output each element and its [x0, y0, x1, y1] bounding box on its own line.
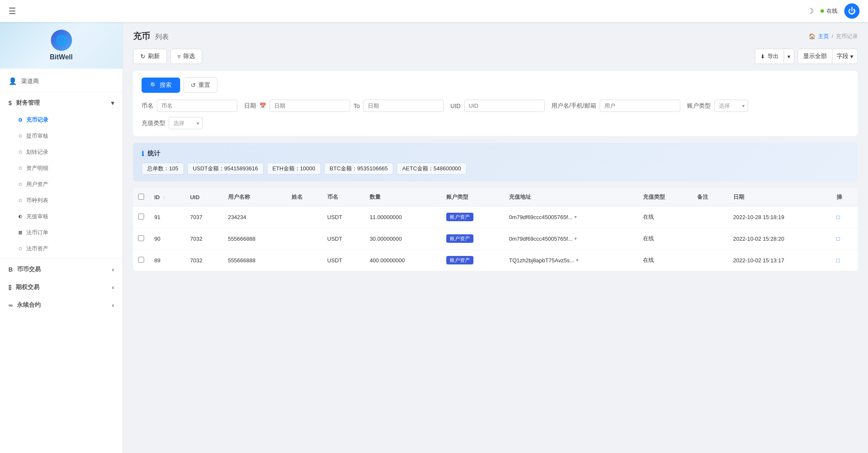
date-start-input[interactable] — [270, 100, 350, 112]
submenu-label-fiat-assets: 法币资产 — [26, 245, 48, 253]
table-header-checkbox — [133, 188, 149, 206]
account-type-select[interactable]: 选择 — [714, 100, 748, 112]
operate-button[interactable]: □ — [837, 236, 840, 242]
page-title-sub: 列表 — [155, 33, 169, 40]
dot-icon — [19, 118, 22, 122]
hamburger-icon[interactable]: ☰ — [8, 6, 16, 16]
dot-icon — [19, 150, 22, 154]
refresh-button[interactable]: ↻ 刷新 — [133, 49, 167, 64]
account-type-tag: 账户资产 — [446, 234, 473, 243]
export-button[interactable]: ⬇ 导出 — [755, 49, 784, 64]
row-checkbox-cell — [133, 228, 149, 250]
sidebar-item-coin-trading[interactable]: B 币币交易 ‹ — [0, 261, 122, 278]
moon-icon[interactable]: ☽ — [807, 6, 814, 16]
date-end-input[interactable] — [363, 100, 444, 112]
row-uid: 7032 — [185, 250, 223, 271]
table-header-address: 充值地址 — [504, 188, 638, 206]
perpetual-icon: ∞ — [8, 302, 13, 308]
online-dot-icon — [821, 9, 824, 13]
filter-date: 日期 📅 To — [244, 100, 444, 112]
row-coin: USDT — [322, 228, 364, 250]
address-expand-icon[interactable]: ▾ — [574, 214, 577, 220]
chevron-down-icon: ▾ — [111, 100, 114, 106]
info-icon: ℹ — [142, 150, 144, 158]
row-operate[interactable]: □ — [832, 228, 858, 250]
sidebar-item-transfer-records[interactable]: 划转记录 — [0, 144, 122, 160]
filter-coin-name: 币名 — [142, 100, 237, 112]
sidebar-item-coin-list[interactable]: 币种列表 — [0, 192, 122, 208]
address-expand-icon[interactable]: ▾ — [574, 236, 577, 242]
reset-button[interactable]: ↺ 重置 — [184, 78, 217, 93]
row-account-type: 账户资产 — [441, 250, 504, 271]
account-type-tag: 账户资产 — [446, 213, 473, 221]
submenu-label-recharge-audit: 充值审核 — [26, 213, 48, 220]
breadcrumb-home[interactable]: 主页 — [818, 33, 829, 40]
sidebar-item-user-assets[interactable]: 用户资产 — [0, 176, 122, 192]
row-id: 91 — [149, 206, 185, 228]
operate-button[interactable]: □ — [837, 214, 840, 220]
row-account-type: 账户资产 — [441, 206, 504, 228]
row-checkbox-cell — [133, 250, 149, 271]
select-all-checkbox[interactable] — [138, 194, 144, 200]
dot-lines-icon — [19, 231, 22, 234]
export-dropdown-button[interactable]: ▾ — [784, 49, 794, 64]
row-operate[interactable]: □ — [832, 206, 858, 228]
sidebar-item-channel[interactable]: 👤 渠道商 — [0, 72, 122, 90]
username-input[interactable] — [600, 100, 680, 112]
row-checkbox[interactable] — [138, 214, 144, 220]
row-recharge-type: 在线 — [638, 250, 692, 271]
sidebar-item-perpetual[interactable]: ∞ 永续合约 ‹ — [0, 296, 122, 314]
filter-row-1: 币名 日期 📅 To UID 用户名/手机/邮箱 — [142, 100, 849, 112]
sidebar-item-fiat-orders[interactable]: 法币订单 — [0, 225, 122, 241]
recharge-type-select[interactable]: 选择 — [169, 117, 203, 129]
user-icon: 👤 — [8, 77, 17, 85]
dot-half-icon — [19, 215, 22, 218]
table-header-username: 用户名称 — [223, 188, 287, 206]
toolbar-right: ⬇ 导出 ▾ 显示全部 字段 ▾ — [755, 49, 858, 64]
row-username: 555666888 — [223, 250, 287, 271]
sidebar-submenu-finance[interactable]: $ 财务管理 ▾ — [0, 94, 122, 112]
table-header-operate: 操 — [832, 188, 858, 206]
submenu-label-transfer-records: 划转记录 — [26, 148, 48, 156]
fields-button[interactable]: 字段 ▾ — [832, 49, 858, 64]
submenu-label-recharge-records: 充币记录 — [26, 116, 48, 124]
filter-button[interactable]: ▿ 筛选 — [170, 49, 202, 64]
export-icon: ⬇ — [760, 53, 765, 60]
row-operate[interactable]: □ — [832, 250, 858, 271]
row-checkbox[interactable] — [138, 235, 144, 241]
row-amount: 11.00000000 — [364, 206, 441, 228]
sidebar-item-recharge-audit[interactable]: 充值审核 — [0, 208, 122, 225]
coin-trading-icon: B — [8, 266, 13, 273]
operate-button[interactable]: □ — [837, 257, 840, 264]
table-header-id: ID ↑ — [149, 188, 185, 206]
table-header-account-type: 账户类型 — [441, 188, 504, 206]
power-button[interactable]: ⏻ — [844, 3, 860, 19]
refresh-label: 刷新 — [148, 53, 160, 60]
table-row: 90 7032 555666888 USDT 30.00000000 账户资产 … — [133, 228, 858, 250]
row-amount: 30.00000000 — [364, 228, 441, 250]
address-expand-icon[interactable]: ▾ — [576, 257, 579, 263]
coin-name-label: 币名 — [142, 102, 153, 110]
page-title: 充币 列表 — [133, 31, 169, 42]
recharge-type-label: 充值类型 — [142, 120, 165, 127]
dot-icon — [19, 199, 22, 202]
sidebar-item-recharge-records[interactable]: 充币记录 — [0, 112, 122, 128]
row-checkbox[interactable] — [138, 257, 144, 263]
sidebar-item-fiat-assets[interactable]: 法币资产 — [0, 241, 122, 257]
row-id: 89 — [149, 250, 185, 271]
refresh-icon: ↻ — [140, 53, 145, 60]
sidebar-item-label-channel: 渠道商 — [21, 78, 39, 85]
show-all-button[interactable]: 显示全部 — [798, 49, 832, 64]
coin-name-input[interactable] — [157, 100, 237, 112]
row-recharge-type: 在线 — [638, 206, 692, 228]
search-button[interactable]: 🔍 搜索 — [142, 78, 180, 93]
chevron-left-icon: ‹ — [112, 302, 114, 308]
divider — [0, 92, 122, 92]
dot-icon — [19, 167, 22, 170]
sidebar-item-withdraw-audit[interactable]: 提币审核 — [0, 128, 122, 144]
sidebar-item-asset-detail[interactable]: 资产明细 — [0, 160, 122, 176]
calendar-icon: 📅 — [259, 103, 266, 109]
sidebar-item-futures[interactable]: ₿ 期权交易 ‹ — [0, 278, 122, 296]
row-name — [287, 250, 322, 271]
uid-input[interactable] — [464, 100, 545, 112]
